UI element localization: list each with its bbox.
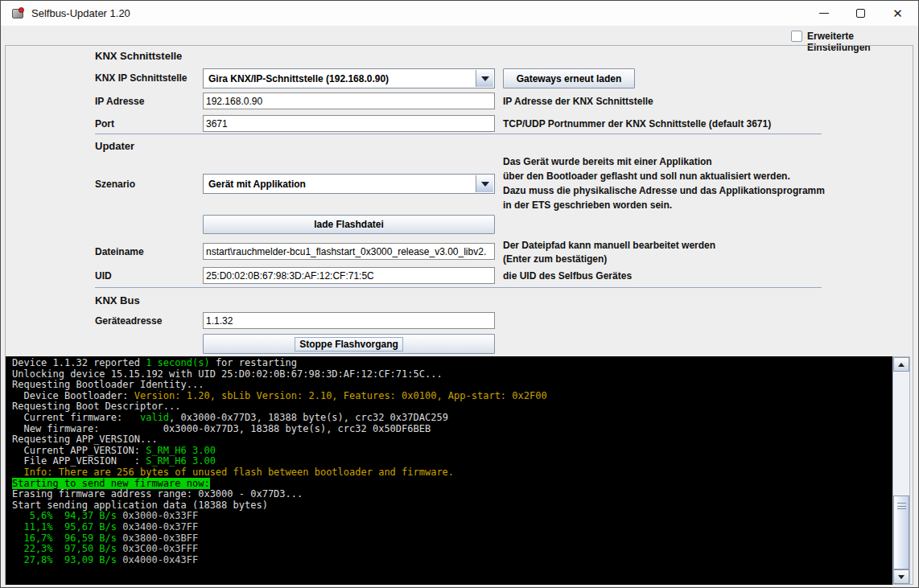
scenario-dropdown-button[interactable] xyxy=(476,175,493,192)
scenario-hint-line-1: Das Gerät wurde bereits mit einer Applik… xyxy=(503,156,712,167)
uid-input[interactable] xyxy=(203,267,495,284)
scenario-select[interactable]: Gerät mit Applikation xyxy=(203,174,495,194)
scenario-hint-line-4: in der ETS geschrieben worden sein. xyxy=(503,199,672,211)
port-label: Port xyxy=(95,118,114,130)
knx-ip-interface-select[interactable]: Gira KNX/IP-Schnittstelle (192.168.0.90) xyxy=(203,68,495,88)
advanced-settings-checkbox[interactable] xyxy=(791,31,802,42)
console-line: Start sending application data (18388 by… xyxy=(12,500,547,512)
ip-address-input[interactable] xyxy=(203,93,495,109)
console-panel: Device 1.1.32 reported 1 second(s) for r… xyxy=(6,356,910,585)
console-line: New firmware: 0x3000-0x77D3, 18388 byte(… xyxy=(12,424,547,435)
knx-ip-interface-dropdown-button[interactable] xyxy=(476,70,493,87)
console-line: Erasing firmware address range: 0x3000 -… xyxy=(12,489,547,500)
scrollbar-grip-icon xyxy=(897,503,906,509)
title-bar: Selfbus-Updater 1.20 ✕ xyxy=(1,1,918,26)
section-title-updater: Updater xyxy=(95,140,134,152)
console-output: Device 1.1.32 reported 1 second(s) for r… xyxy=(12,358,547,565)
section-separator xyxy=(95,287,822,288)
console-line: Current firmware: valid, 0x3000-0x77D3, … xyxy=(12,413,547,424)
app-icon-dot xyxy=(19,7,24,13)
triangle-up-icon xyxy=(898,363,905,367)
stop-flash-label: Stoppe Flashvorgang xyxy=(295,337,403,352)
maximize-icon xyxy=(856,9,865,18)
close-icon: ✕ xyxy=(892,7,903,19)
port-input[interactable] xyxy=(203,115,495,132)
console-line: 11,1% 95,67 B/s 0x3400-0x37FF xyxy=(12,522,547,533)
console-line: Requesting APP_VERSION... xyxy=(12,434,547,446)
console-line: Current APP_VERSION: S_RM_H6 3.00 xyxy=(12,446,547,457)
scenario-hint-line-3: Dazu muss die physikalische Adresse und … xyxy=(503,185,825,196)
filename-label: Dateiname xyxy=(95,246,144,257)
section-separator xyxy=(95,134,822,134)
app-window: Selfbus-Updater 1.20 ✕ Erweiterte Einste… xyxy=(0,0,919,588)
filename-hint-line-1: Der Dateipfad kann manuell bearbeitet we… xyxy=(503,240,715,251)
app-icon xyxy=(11,6,25,20)
load-flash-file-button[interactable]: lade Flashdatei xyxy=(203,215,495,234)
console-line: Device Bootloader: Version: 1.20, sbLib … xyxy=(12,391,547,402)
console-scrollbar[interactable] xyxy=(892,356,910,585)
console-line: File APP_VERSION : S_RM_H6 3.00 xyxy=(12,456,547,467)
section-title-knx-schnittstelle: KNX Schnittstelle xyxy=(95,50,182,62)
knx-ip-interface-value: Gira KNX/IP-Schnittstelle (192.168.0.90) xyxy=(208,73,389,84)
minimize-icon xyxy=(819,13,829,14)
triangle-down-icon xyxy=(898,575,905,579)
port-hint: TCP/UDP Portnummer der KNX Schnittstelle… xyxy=(503,118,771,130)
maximize-button[interactable] xyxy=(843,1,879,26)
chevron-down-icon xyxy=(481,76,489,81)
knx-ip-interface-label: KNX IP Schnittstelle xyxy=(95,72,187,84)
scenario-hint-line-2: über den Bootloader geflasht und soll nu… xyxy=(503,171,790,182)
console-line: 5,6% 94,37 B/s 0x3000-0x33FF xyxy=(12,511,547,522)
device-address-input[interactable] xyxy=(203,312,495,329)
advanced-settings-row: Erweiterte Einstellungen xyxy=(0,26,919,45)
load-flash-file-label: lade Flashdatei xyxy=(314,219,384,230)
console-line: Starting to send new firmware now: xyxy=(12,479,547,490)
console-line: 27,8% 93,09 B/s 0x4000-0x43FF xyxy=(12,555,547,566)
scenario-label: Szenario xyxy=(95,179,135,190)
console-line: Unlocking device 15.15.192 with UID 25:D… xyxy=(12,369,547,380)
scrollbar-down-button[interactable] xyxy=(893,569,909,584)
close-button[interactable]: ✕ xyxy=(880,1,916,26)
minimize-button[interactable] xyxy=(806,1,842,26)
filename-input[interactable] xyxy=(203,243,495,260)
console-line: Info: There are 256 bytes of unused flas… xyxy=(12,467,547,479)
uid-label: UID xyxy=(95,270,112,282)
console-line: Requesting Boot Descriptor... xyxy=(12,401,547,413)
reload-gateways-button[interactable]: Gateways erneut laden xyxy=(503,68,635,88)
console-line: 16,7% 96,59 B/s 0x3800-0x3BFF xyxy=(12,533,547,545)
stop-flash-button[interactable]: Stoppe Flashvorgang xyxy=(203,334,495,354)
reload-gateways-label: Gateways erneut laden xyxy=(517,73,622,84)
console-line: 22,3% 97,50 B/s 0x3C00-0x3FFF xyxy=(12,544,547,555)
console-line: Requesting Bootloader Identity... xyxy=(12,380,547,391)
uid-hint: die UID des Selfbus Gerätes xyxy=(503,270,632,282)
scenario-value: Gerät mit Applikation xyxy=(208,179,306,190)
console-line: Device 1.1.32 reported 1 second(s) for r… xyxy=(12,358,547,369)
scrollbar-thumb[interactable] xyxy=(893,495,909,569)
ip-address-label: IP Adresse xyxy=(95,96,144,107)
ip-address-hint: IP Adresse der KNX Schnittstelle xyxy=(503,96,653,107)
scrollbar-up-button[interactable] xyxy=(893,357,909,372)
window-title: Selfbus-Updater 1.20 xyxy=(31,7,130,19)
device-address-label: Geräteadresse xyxy=(95,315,162,327)
chevron-down-icon xyxy=(481,182,489,187)
section-title-knx-bus: KNX Bus xyxy=(95,294,140,306)
advanced-settings-label: Erweiterte Einstellungen xyxy=(807,31,919,53)
filename-hint-line-2: (Enter zum bestätigen) xyxy=(503,253,607,265)
